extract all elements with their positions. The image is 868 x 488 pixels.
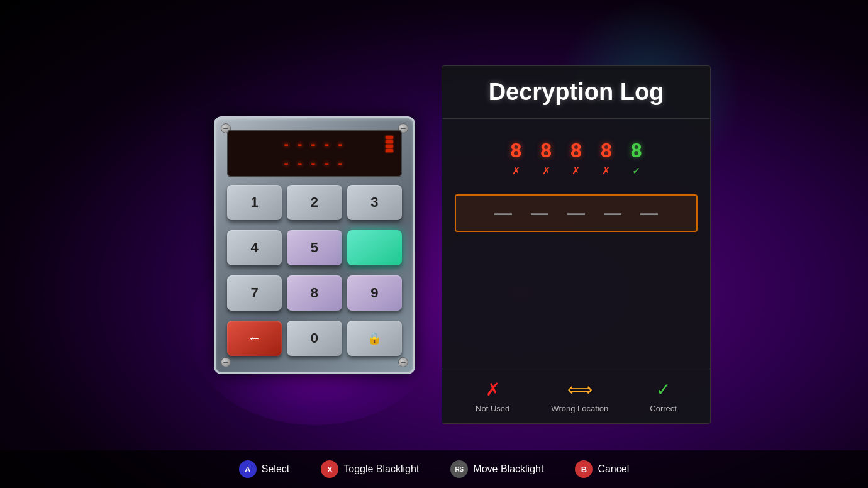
attempt-cell-1: 8 ✗ (511, 139, 522, 177)
action-move-label: Move Blacklight (473, 463, 543, 475)
log-title: Decryption Log (489, 79, 664, 105)
action-cancel-label: Cancel (598, 463, 629, 475)
legend-bar: ✗ Not Used ⟺ Wrong Location ✓ Correct (442, 369, 710, 423)
lcd-indicator-bars (386, 136, 393, 152)
key-3[interactable]: 3 (347, 185, 402, 220)
key-8[interactable]: 8 (287, 275, 342, 311)
bottom-action-bar: A Select X Toggle Blacklight RS Move Bla… (0, 450, 868, 488)
legend-correct: ✓ Correct (650, 379, 677, 413)
attempt-digit-3: 8 (570, 139, 582, 162)
attempt-digit-4: 8 (601, 139, 612, 162)
lcd-row-1: - - - - - (284, 136, 345, 152)
action-move-blacklight: RS Move Blacklight (450, 460, 543, 478)
attempt-mark-4: ✗ (602, 165, 610, 177)
attempt-digit-5: 8 (631, 139, 642, 162)
button-b-icon: B (575, 460, 593, 478)
attempt-cell-3: 8 ✗ (570, 139, 582, 177)
button-a-icon: A (239, 460, 257, 478)
correct-label: Correct (650, 404, 677, 413)
log-content: 8 ✗ 8 ✗ 8 ✗ 8 ✗ 8 ✓ — (442, 119, 710, 369)
attempt-digit-1: 8 (511, 139, 522, 162)
attempt-row-1: 8 ✗ 8 ✗ 8 ✗ 8 ✗ 8 ✓ (455, 131, 698, 184)
screw-br (398, 357, 408, 367)
attempt-cell-4: 8 ✗ (601, 139, 612, 177)
keypad-panel: - - - - - - - - - - 1 2 3 4 5 7 8 9 ← 0 … (214, 116, 415, 374)
action-toggle-blacklight: X Toggle Blacklight (321, 460, 419, 478)
current-dash-5: — (640, 203, 658, 223)
current-dash-2: — (531, 203, 548, 223)
key-6[interactable] (347, 230, 402, 265)
legend-wrong-location: ⟺ Wrong Location (551, 379, 608, 413)
attempt-mark-2: ✗ (542, 165, 550, 177)
attempt-mark-3: ✗ (572, 165, 580, 177)
keypad-grid: 1 2 3 4 5 7 8 9 ← 0 🔒 (227, 185, 402, 361)
key-lock[interactable]: 🔒 (347, 321, 402, 356)
not-used-icon: ✗ (486, 379, 500, 400)
lcd-bar-3 (386, 145, 393, 148)
lcd-display: - - - - - - - - - - (227, 130, 402, 177)
key-backspace[interactable]: ← (227, 321, 282, 356)
wrong-location-icon: ⟺ (567, 379, 593, 400)
attempt-mark-5: ✓ (632, 165, 640, 177)
key-1[interactable]: 1 (227, 185, 282, 220)
current-cell-4: — (604, 203, 621, 223)
current-input-row: — — — — — (455, 194, 698, 232)
lcd-dashes-2: - - - - - (284, 155, 345, 171)
action-select: A Select (239, 460, 289, 478)
action-toggle-label: Toggle Blacklight (343, 463, 419, 475)
correct-icon: ✓ (656, 379, 670, 400)
lcd-dashes-1: - - - - - (284, 136, 345, 152)
key-4[interactable]: 4 (227, 230, 282, 265)
current-dash-1: — (494, 203, 512, 223)
legend-not-used: ✗ Not Used (476, 379, 509, 413)
current-dash-3: — (567, 203, 585, 223)
log-title-bar: Decryption Log (442, 66, 710, 119)
attempt-cell-5: 8 ✓ (631, 139, 642, 177)
lcd-bar-4 (386, 149, 393, 152)
decryption-log-panel: Decryption Log 8 ✗ 8 ✗ 8 ✗ 8 ✗ 8 ✓ (442, 65, 711, 424)
attempt-cell-2: 8 ✗ (540, 139, 552, 177)
key-7[interactable]: 7 (227, 275, 282, 311)
lcd-bar-2 (386, 140, 393, 143)
screw-bl (221, 357, 231, 367)
key-0[interactable]: 0 (287, 321, 342, 356)
current-cell-5: — (640, 203, 658, 223)
button-x-icon: X (321, 460, 338, 478)
current-cell-2: — (531, 203, 548, 223)
current-dash-4: — (604, 203, 621, 223)
attempt-digit-2: 8 (540, 139, 552, 162)
not-used-label: Not Used (476, 404, 509, 413)
wrong-location-label: Wrong Location (551, 404, 608, 413)
key-2[interactable]: 2 (287, 185, 342, 220)
key-5[interactable]: 5 (287, 230, 342, 265)
attempt-mark-1: ✗ (512, 165, 520, 177)
lcd-bar-1 (386, 136, 393, 139)
button-rs-icon: RS (450, 460, 468, 478)
current-cell-3: — (567, 203, 585, 223)
current-cell-1: — (494, 203, 512, 223)
action-select-label: Select (262, 463, 289, 475)
lcd-row-2: - - - - - (284, 155, 345, 171)
key-9[interactable]: 9 (347, 275, 402, 311)
action-cancel: B Cancel (575, 460, 629, 478)
